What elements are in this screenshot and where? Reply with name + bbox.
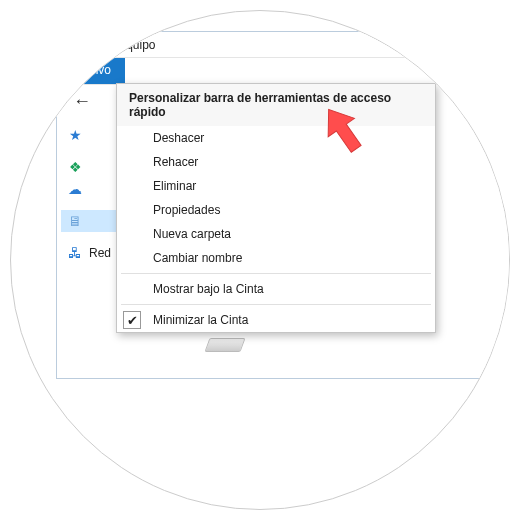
drive-icon: [204, 338, 245, 352]
title-bar: ▾ | Este equipo: [57, 32, 510, 58]
back-button[interactable]: ←: [67, 89, 97, 114]
menu-item[interactable]: Nueva carpeta: [117, 222, 435, 246]
this-pc-icon: 🖥: [67, 213, 83, 229]
check-icon: ✔: [123, 311, 141, 329]
menu-item-label: Deshacer: [153, 131, 204, 145]
tab-file[interactable]: Archivo: [57, 58, 125, 84]
onedrive-icon: ☁: [67, 181, 83, 197]
menu-item-show-below-ribbon[interactable]: Mostrar bajo la Cinta: [117, 277, 435, 301]
chevron-down-icon: ▾: [67, 40, 72, 50]
menu-item-label: Nueva carpeta: [153, 227, 231, 241]
menu-item[interactable]: Eliminar: [117, 174, 435, 198]
menu-item-label: Mostrar bajo la Cinta: [153, 282, 264, 296]
sidebar-item-label: Red: [89, 246, 111, 260]
menu-item-label: Propiedades: [153, 203, 220, 217]
menu-item[interactable]: Cambiar nombre: [117, 246, 435, 270]
qat-customize-menu: Personalizar barra de herramientas de ac…: [116, 83, 436, 333]
menu-item[interactable]: Propiedades: [117, 198, 435, 222]
menu-separator: [121, 273, 431, 274]
menu-item[interactable]: Rehacer: [117, 150, 435, 174]
title-separator: |: [83, 38, 86, 52]
cloud-item-icon: ❖: [67, 159, 83, 175]
ribbon-tabs: Archivo: [57, 58, 510, 84]
menu-item[interactable]: Deshacer: [117, 126, 435, 150]
qat-dropdown-button[interactable]: ▾: [61, 37, 77, 53]
menu-item-label: Minimizar la Cinta: [153, 313, 248, 327]
menu-item-label: Eliminar: [153, 179, 196, 193]
window-title: Este equipo: [92, 38, 155, 52]
network-icon: 🖧: [67, 245, 83, 261]
quick-access-icon: ★: [67, 127, 83, 143]
menu-item-label: Rehacer: [153, 155, 198, 169]
menu-item-label: Cambiar nombre: [153, 251, 242, 265]
menu-item-minimize-ribbon[interactable]: ✔ Minimizar la Cinta: [117, 308, 435, 332]
menu-separator: [121, 304, 431, 305]
qat-menu-header: Personalizar barra de herramientas de ac…: [117, 84, 435, 126]
